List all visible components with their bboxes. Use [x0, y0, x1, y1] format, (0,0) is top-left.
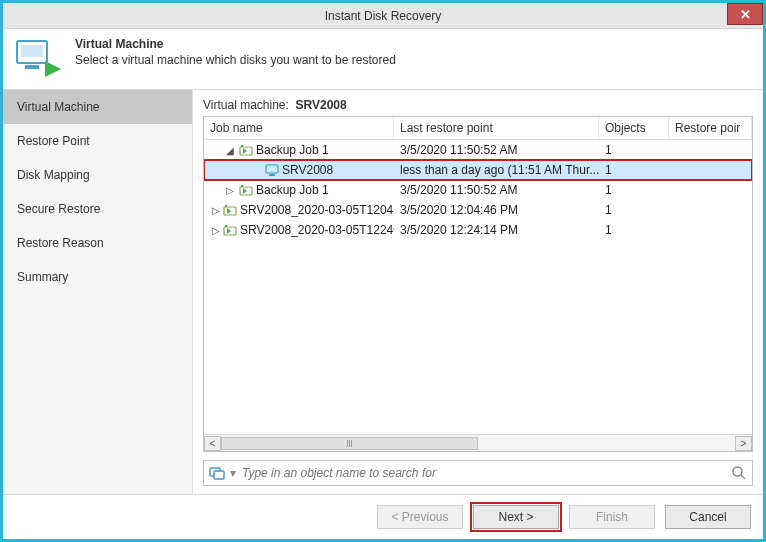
sidebar-item-virtual-machine[interactable]: Virtual Machine [3, 90, 192, 124]
row-name: SRV2008_2020-03-05T120433 [240, 203, 394, 217]
search-input[interactable] [240, 465, 726, 481]
virtual-machine-value: SRV2008 [296, 98, 347, 112]
cell-last-restore-point: less than a day ago (11:51 AM Thur... [394, 163, 599, 177]
backup-job-icon [222, 222, 238, 238]
window-title: Instant Disk Recovery [325, 9, 442, 23]
sidebar-item-restore-reason[interactable]: Restore Reason [3, 226, 192, 260]
table-row[interactable]: ▷SRV2008_2020-03-05T1224003/5/2020 12:24… [204, 220, 752, 240]
search-row: ▾ [203, 460, 753, 486]
dialog-window: Instant Disk Recovery ✕ Virtual Machine … [0, 0, 766, 542]
cell-objects: 1 [599, 163, 669, 177]
column-header-objects[interactable]: Objects [599, 117, 669, 139]
cancel-button[interactable]: Cancel [665, 505, 751, 529]
finish-button[interactable]: Finish [569, 505, 655, 529]
wizard-header-icon [15, 37, 63, 77]
scroll-right-arrow[interactable]: > [735, 436, 752, 451]
sidebar-item-secure-restore[interactable]: Secure Restore [3, 192, 192, 226]
sidebar-item-summary[interactable]: Summary [3, 260, 192, 294]
cell-last-restore-point: 3/5/2020 11:50:52 AM [394, 143, 599, 157]
scroll-left-arrow[interactable]: < [204, 436, 221, 451]
main-panel: Virtual machine: SRV2008 Job name Last r… [193, 90, 763, 494]
svg-point-20 [733, 467, 742, 476]
column-header-restore-point[interactable]: Restore poir [669, 117, 752, 139]
expander-icon[interactable]: ◢ [224, 145, 236, 156]
row-name: Backup Job 1 [256, 143, 329, 157]
column-header-job-name[interactable]: Job name [204, 117, 394, 139]
svg-rect-2 [25, 65, 39, 69]
vm-icon [264, 162, 280, 178]
scroll-thumb[interactable]: lll [221, 437, 478, 450]
backup-jobs-grid: Job name Last restore point Objects Rest… [203, 116, 753, 452]
search-icon[interactable] [730, 465, 748, 481]
expander-icon[interactable]: ▷ [212, 205, 220, 216]
horizontal-scrollbar[interactable]: < lll > [204, 434, 752, 451]
close-icon: ✕ [740, 7, 751, 22]
row-name: Backup Job 1 [256, 183, 329, 197]
grid-body[interactable]: ◢Backup Job 13/5/2020 11:50:52 AM1SRV200… [204, 140, 752, 434]
grid-header: Job name Last restore point Objects Rest… [204, 117, 752, 140]
svg-rect-19 [214, 471, 224, 479]
row-name: SRV2008_2020-03-05T122400 [240, 223, 394, 237]
cell-name: ▷SRV2008_2020-03-05T122400 [204, 222, 394, 238]
cell-last-restore-point: 3/5/2020 12:04:46 PM [394, 203, 599, 217]
column-header-last-restore-point[interactable]: Last restore point [394, 117, 599, 139]
sidebar-item-disk-mapping[interactable]: Disk Mapping [3, 158, 192, 192]
table-row[interactable]: ◢Backup Job 13/5/2020 11:50:52 AM1 [204, 140, 752, 160]
table-row[interactable]: ▷Backup Job 13/5/2020 11:50:52 AM1 [204, 180, 752, 200]
wizard-footer: < Previous Next > Finish Cancel [3, 494, 763, 539]
wizard-header: Virtual Machine Select a virtual machine… [3, 29, 763, 89]
sidebar-item-restore-point[interactable]: Restore Point [3, 124, 192, 158]
page-subtitle: Select a virtual machine which disks you… [75, 53, 396, 67]
virtual-machine-label: Virtual machine: [203, 98, 289, 112]
expander-icon[interactable]: ▷ [212, 225, 220, 236]
backup-job-icon [238, 182, 254, 198]
svg-rect-8 [269, 174, 275, 176]
wizard-steps-sidebar: Virtual Machine Restore Point Disk Mappi… [3, 90, 193, 494]
cell-objects: 1 [599, 183, 669, 197]
virtual-machine-label-row: Virtual machine: SRV2008 [203, 98, 753, 112]
expander-icon[interactable]: ▷ [224, 185, 236, 196]
cell-name: ◢Backup Job 1 [204, 142, 394, 158]
cell-name: ▷SRV2008_2020-03-05T120433 [204, 202, 394, 218]
cell-last-restore-point: 3/5/2020 12:24:14 PM [394, 223, 599, 237]
page-title: Virtual Machine [75, 37, 396, 51]
close-button[interactable]: ✕ [727, 3, 763, 25]
previous-button[interactable]: < Previous [377, 505, 463, 529]
table-row[interactable]: ▷SRV2008_2020-03-05T1204333/5/2020 12:04… [204, 200, 752, 220]
cell-last-restore-point: 3/5/2020 11:50:52 AM [394, 183, 599, 197]
object-picker-icon[interactable] [208, 465, 226, 481]
cell-objects: 1 [599, 143, 669, 157]
scroll-track[interactable]: lll [221, 436, 735, 451]
row-name: SRV2008 [282, 163, 333, 177]
cell-objects: 1 [599, 203, 669, 217]
titlebar: Instant Disk Recovery ✕ [3, 3, 763, 29]
svg-line-21 [741, 475, 745, 479]
svg-marker-3 [45, 61, 61, 77]
backup-job-icon [222, 202, 238, 218]
next-button[interactable]: Next > [473, 505, 559, 529]
cell-objects: 1 [599, 223, 669, 237]
backup-job-icon [238, 142, 254, 158]
cell-name: SRV2008 [204, 162, 394, 178]
svg-rect-1 [21, 45, 43, 57]
table-row[interactable]: SRV2008less than a day ago (11:51 AM Thu… [204, 160, 752, 180]
svg-rect-7 [266, 165, 278, 173]
cell-name: ▷Backup Job 1 [204, 182, 394, 198]
